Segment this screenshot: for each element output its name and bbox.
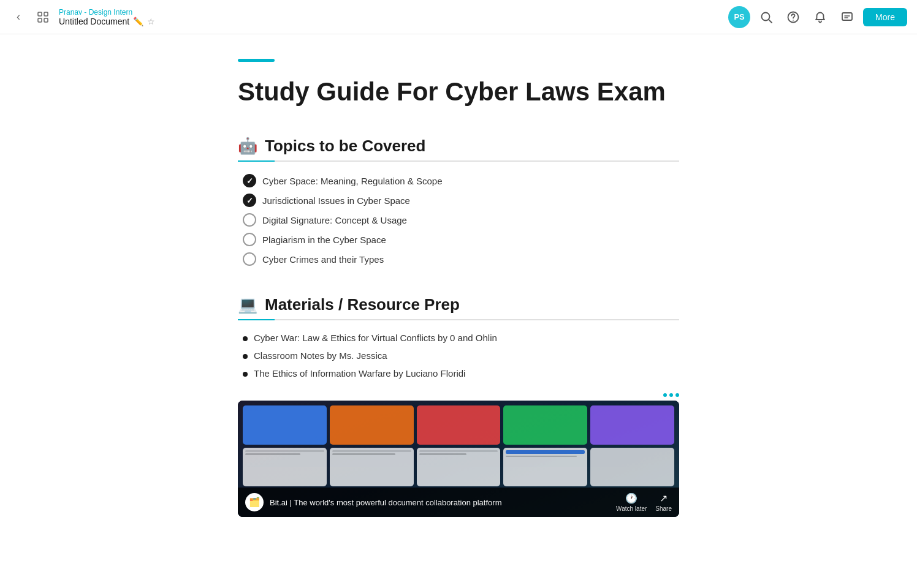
notifications-button[interactable] [809, 6, 831, 28]
section-materials-emoji: 💻 [238, 295, 257, 314]
doc-title-row: Untitled Document ✏️ ☆ [59, 17, 155, 26]
topbar-right: PS More [728, 6, 907, 28]
share-button[interactable]: ↗ Share [655, 492, 672, 512]
avatar[interactable]: PS [728, 6, 750, 28]
checklist-item-text: Jurisdictional Issues in Cyber Space [262, 195, 410, 206]
topbar-left: ‹ Pranav - Design Intern Untitled Docume… [10, 8, 155, 26]
checklist-item-text: Cyber Space: Meaning, Regulation & Scope [262, 176, 443, 186]
section-topics-header: 🤖 Topics to be Covered [238, 137, 679, 156]
watch-later-label: Watch later [616, 505, 647, 512]
bullet-dot-icon [243, 354, 248, 359]
list-item: Plagiarism in the Cyber Space [243, 233, 679, 246]
video-container: 🗂️ Bit.ai | The world's most powerful do… [238, 393, 679, 517]
section-topics-divider [238, 160, 679, 162]
more-button[interactable]: More [863, 8, 907, 26]
svg-point-7 [793, 20, 794, 21]
main-title: Study Guide For Cyber Laws Exam [238, 77, 679, 107]
back-button[interactable]: ‹ [10, 9, 27, 26]
edit-title-icon[interactable]: ✏️ [133, 17, 143, 26]
checklist-item-text: Cyber Crimes and their Types [262, 254, 384, 265]
list-item: Digital Signature: Concept & Usage [243, 213, 679, 227]
check-empty-icon [243, 233, 256, 246]
bullet-item-text: Cyber War: Law & Ethics for Virtual Conf… [254, 333, 497, 343]
watch-later-icon: 🕐 [625, 492, 637, 504]
video-info-bar: 🗂️ Bit.ai | The world's most powerful do… [238, 488, 679, 517]
section-materials-header: 💻 Materials / Resource Prep [238, 295, 679, 314]
svg-rect-3 [44, 18, 48, 22]
svg-rect-1 [44, 12, 48, 16]
bullet-dot-icon [243, 336, 248, 341]
svg-line-5 [769, 20, 772, 23]
video-actions: 🕐 Watch later ↗ Share [616, 492, 672, 512]
layout-toggle-button[interactable] [34, 9, 51, 26]
workspace-label: Pranav - Design Intern [59, 8, 155, 17]
check-filled-icon [243, 194, 256, 207]
search-button[interactable] [755, 6, 777, 28]
video-more-dots [238, 393, 679, 397]
topics-checklist: Cyber Space: Meaning, Regulation & Scope… [238, 174, 679, 266]
comments-button[interactable] [836, 6, 858, 28]
svg-rect-0 [38, 12, 42, 16]
accent-bar [238, 59, 275, 62]
section-topics-emoji: 🤖 [238, 137, 257, 156]
section-topics: 🤖 Topics to be Covered Cyber Space: Mean… [238, 137, 679, 266]
section-materials-title: Materials / Resource Prep [265, 295, 460, 314]
list-item: Classroom Notes by Ms. Jessica [243, 350, 679, 361]
bullet-dot-icon [243, 372, 248, 377]
share-icon: ↗ [660, 492, 668, 504]
watch-later-button[interactable]: 🕐 Watch later [616, 492, 647, 512]
bullet-item-text: The Ethics of Information Warfare by Luc… [254, 368, 465, 379]
section-materials: 💻 Materials / Resource Prep Cyber War: L… [238, 295, 679, 517]
doc-info: Pranav - Design Intern Untitled Document… [59, 8, 155, 26]
list-item: The Ethics of Information Warfare by Luc… [243, 368, 679, 379]
section-topics-title: Topics to be Covered [265, 137, 425, 156]
video-logo: 🗂️ [245, 493, 264, 511]
main-content: Study Guide For Cyber Laws Exam 🤖 Topics… [0, 34, 917, 588]
list-item: Jurisdictional Issues in Cyber Space [243, 194, 679, 207]
share-label: Share [655, 505, 672, 512]
list-item: Cyber Space: Meaning, Regulation & Scope [243, 174, 679, 187]
checklist-item-text: Digital Signature: Concept & Usage [262, 215, 407, 225]
list-item: Cyber Crimes and their Types [243, 252, 679, 266]
checklist-item-text: Plagiarism in the Cyber Space [262, 235, 386, 245]
help-button[interactable] [782, 6, 804, 28]
section-materials-divider [238, 319, 679, 320]
topbar: ‹ Pranav - Design Intern Untitled Docume… [0, 0, 917, 34]
dot [669, 393, 673, 397]
list-item: Cyber War: Law & Ethics for Virtual Conf… [243, 333, 679, 343]
video-thumbnail[interactable]: 🗂️ Bit.ai | The world's most powerful do… [238, 401, 679, 517]
materials-bullet-list: Cyber War: Law & Ethics for Virtual Conf… [238, 333, 679, 379]
three-dots-menu[interactable] [663, 393, 679, 397]
dot [663, 393, 667, 397]
svg-rect-8 [842, 13, 852, 20]
star-icon[interactable]: ☆ [147, 17, 155, 26]
svg-rect-2 [38, 18, 42, 22]
document-body: Study Guide For Cyber Laws Exam 🤖 Topics… [238, 59, 679, 551]
video-title: Bit.ai | The world's most powerful docum… [270, 498, 610, 507]
bullet-item-text: Classroom Notes by Ms. Jessica [254, 350, 387, 361]
check-empty-icon [243, 213, 256, 227]
doc-title: Untitled Document [59, 17, 129, 26]
check-filled-icon [243, 174, 256, 187]
dot [675, 393, 679, 397]
check-empty-icon [243, 252, 256, 266]
